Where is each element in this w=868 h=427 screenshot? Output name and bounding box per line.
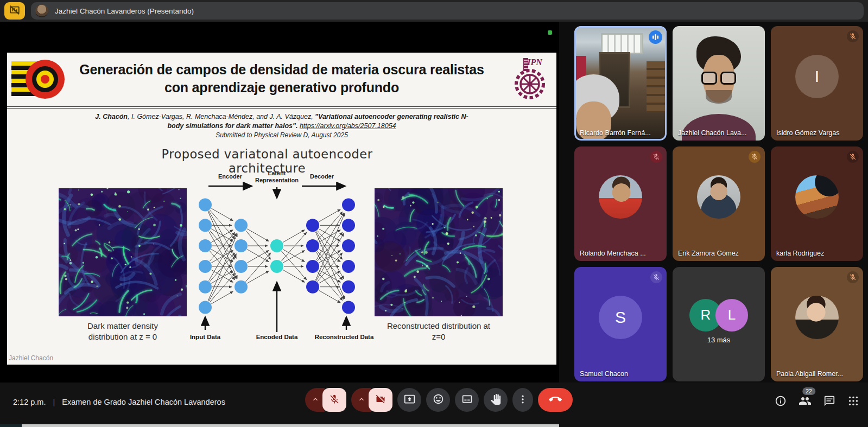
google-meet-window: Jazhiel Chacón Lavanderos (Presentando) … [0, 0, 868, 427]
presentation-off-icon [9, 4, 21, 18]
participant-tile[interactable]: karla Rodríguez [771, 146, 863, 261]
network-node [342, 239, 355, 252]
participant-tile[interactable]: Paola Abigail Romer... [771, 267, 863, 381]
arxiv-link[interactable]: https://arxiv.org/abs/2507.18054 [300, 122, 396, 130]
mic-control-group [305, 388, 346, 412]
stop-presenting-button[interactable] [4, 2, 25, 20]
presenter-pill[interactable]: Jazhiel Chacón Lavanderos (Presentando) [31, 2, 864, 20]
participant-tile[interactable]: SSamuel Chacon [574, 267, 667, 381]
raise-hand-button[interactable] [484, 388, 508, 412]
captions-button[interactable] [455, 388, 479, 412]
latent-label-line1: Latent [268, 170, 286, 176]
network-node [199, 239, 212, 252]
call-controls [305, 388, 573, 412]
mic-off-icon [329, 394, 340, 406]
mic-muted-icon [847, 271, 859, 283]
network-node [199, 281, 212, 294]
network-node [342, 260, 355, 273]
participant-tile[interactable]: Rolando Menchaca ... [574, 146, 667, 261]
dark-matter-input-image [59, 188, 187, 316]
avatar-initial: S [615, 308, 626, 327]
network-node [199, 260, 212, 273]
participant-tile[interactable]: RL13 más [673, 267, 765, 381]
network-node [270, 239, 283, 252]
reactions-button[interactable] [426, 388, 450, 412]
presentation-slide: Generación de campos de densidad de mate… [7, 53, 556, 365]
participant-tile[interactable]: Erik Zamora Gómez [673, 146, 765, 261]
overflow-avatar: L [715, 299, 748, 332]
decoder-label: Decoder [310, 173, 334, 180]
architecture-heading-line1: Proposed variatonal autoencoder [0, 147, 542, 162]
avatar [599, 175, 642, 219]
present-screen-button[interactable] [397, 388, 421, 412]
chevron-up-icon [357, 395, 366, 405]
slide-header: Generación de campos de densidad de mate… [7, 53, 556, 109]
meeting-info: 2:12 p.m. | Examen de Grado Jazhiel Chac… [13, 398, 225, 406]
ceiling-light [601, 33, 643, 55]
network-node [306, 281, 319, 294]
chat-button[interactable] [823, 395, 835, 409]
background-window-edge [22, 424, 559, 427]
end-call-icon [549, 393, 562, 407]
autoencoder-diagram: Encoder Latent Representation Decoder In… [195, 169, 358, 348]
chat-icon [823, 395, 835, 409]
raise-hand-icon [490, 394, 501, 406]
participant-name: Ricardo Barrón Ferná... [580, 129, 651, 137]
network-node [306, 219, 319, 232]
people-button-wrap: 22 [799, 394, 812, 409]
mic-muted-icon [749, 151, 761, 163]
network-node [199, 199, 212, 212]
network-node [199, 219, 212, 232]
more-vert-icon [517, 394, 528, 406]
camera-off-button[interactable] [369, 388, 392, 412]
divider: | [53, 398, 55, 406]
audio-speaking-indicator [649, 30, 662, 44]
avatar: I [795, 55, 839, 98]
stage: Generación de campos de densidad de mate… [0, 22, 868, 383]
participant-name: Erik Zamora Gómez [678, 250, 739, 257]
slide-title-line1: Generación de campos de densidad de mate… [68, 61, 496, 79]
network-node [342, 281, 355, 294]
network-node [306, 239, 319, 252]
avatar [795, 296, 839, 339]
encoder-label: Encoder [218, 173, 243, 180]
more-options-button[interactable] [512, 388, 533, 412]
camera-control-group [351, 388, 392, 412]
participant-tile[interactable]: Ricardo Barrón Ferná... [574, 26, 667, 141]
avatar [697, 175, 740, 219]
caption-left: Dark matter density distribution at z = … [59, 321, 187, 343]
mic-muted-icon [847, 30, 859, 42]
avatar [795, 175, 839, 219]
lead-author: J. Chacón [95, 113, 128, 120]
meeting-title: Examen de Grado Jazhiel Chacón Lavandero… [62, 398, 225, 406]
activities-button[interactable] [847, 395, 859, 409]
network-node [342, 199, 355, 212]
participant-name: Paola Abigail Romer... [776, 370, 843, 378]
presentation-area: Generación de campos de densidad de mate… [0, 22, 559, 383]
camera-off-icon [375, 394, 386, 406]
camera-options-chevron[interactable] [351, 388, 371, 412]
participant-name: karla Rodríguez [776, 250, 824, 257]
submission-note: Submitted to Physical Review D, August 2… [92, 131, 472, 140]
network-node [235, 281, 248, 294]
mic-muted-icon [650, 271, 662, 283]
mic-options-chevron[interactable] [305, 388, 325, 412]
ipn-logo: IPN [510, 55, 550, 105]
mic-muted-icon [847, 151, 859, 163]
meeting-details-button[interactable] [775, 395, 787, 409]
avatar: S [599, 296, 642, 339]
network-node [306, 260, 319, 273]
mic-off-button[interactable] [322, 388, 346, 412]
people-button[interactable] [799, 394, 812, 409]
participant-tile[interactable]: IIsidro Gómez Vargas [771, 26, 863, 141]
dark-matter-reconstructed-image [375, 188, 503, 316]
participant-tile[interactable]: Jazhiel Chacón Lava... [673, 26, 765, 141]
clock: 2:12 p.m. [13, 398, 46, 406]
bottom-bar: 2:12 p.m. | Examen de Grado Jazhiel Chac… [0, 383, 868, 427]
mic-muted-icon [650, 151, 662, 163]
end-call-button[interactable] [538, 388, 573, 412]
participant-name: Isidro Gómez Vargas [776, 129, 839, 137]
coauthors: , I. Gómez-Vargas, R. Menchaca-Méndez, a… [128, 113, 313, 120]
apps-grid-icon [847, 395, 859, 409]
network-node [342, 301, 355, 314]
